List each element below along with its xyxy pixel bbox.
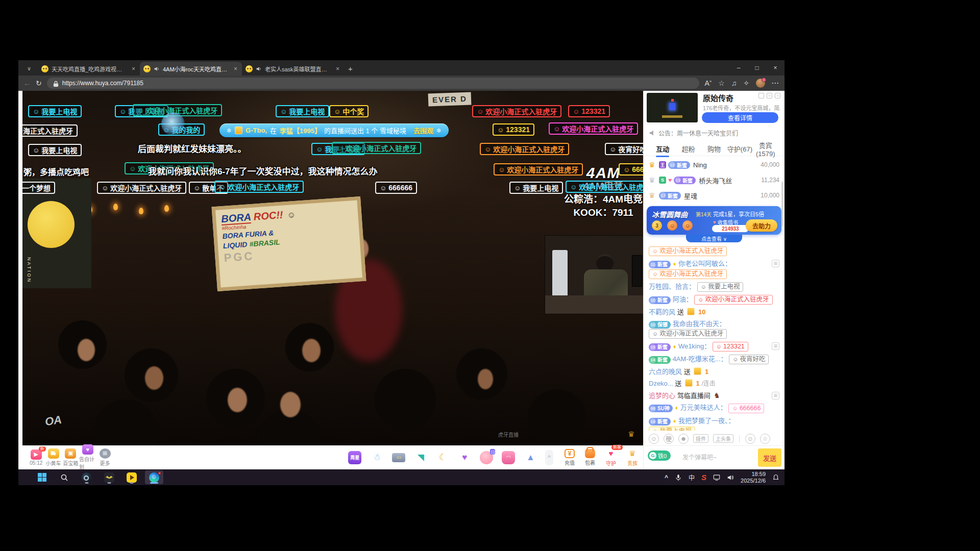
- tab-audio-icon[interactable]: [154, 66, 160, 72]
- tab-superfan[interactable]: 超粉: [675, 144, 701, 154]
- maximize-button[interactable]: □: [748, 60, 766, 76]
- party-popper-gift-icon[interactable]: ◥: [414, 451, 427, 464]
- chat-scrollbar[interactable]: [781, 182, 783, 227]
- recharge-entry[interactable]: ¥ 充值: [565, 449, 575, 466]
- tab-close-icon[interactable]: ×: [335, 65, 340, 72]
- heart-gift-icon[interactable]: ♥: [458, 451, 471, 464]
- favorite-star-icon[interactable]: ☆: [718, 79, 725, 87]
- backpack-entry[interactable]: 包裹: [585, 449, 595, 466]
- sticker-emote-icon[interactable]: ☻: [678, 434, 689, 444]
- chat-username[interactable]: 万牲园、拾言：: [649, 283, 695, 290]
- collections-icon[interactable]: ✧: [743, 79, 749, 87]
- tab-vip[interactable]: 贵宾(1579): [753, 140, 778, 158]
- chat-list[interactable]: ☺欢迎小海正式入驻虎牙 11新蜜 ♦ 你老公叫阿敏么： ☺欢迎小海正式入驻虎牙 …: [644, 244, 785, 431]
- ad-card[interactable]: 原始传奇 176老传奇，不设元宝商城，简... 查看详情 ≡ ×: [644, 91, 785, 124]
- rank-username[interactable]: 星魂: [684, 191, 697, 201]
- close-button[interactable]: ×: [766, 60, 785, 76]
- message-action-icon[interactable]: ⊞: [772, 260, 779, 267]
- settings-menu-icon[interactable]: ···: [772, 80, 779, 87]
- tab-guard[interactable]: 守护(67): [727, 144, 752, 154]
- video-player[interactable]: EVER D NATION BORA ROC!!☺ #Rochinha BORA…: [22, 91, 643, 445]
- edge-taskbar-icon[interactable]: [145, 470, 163, 484]
- moon-gift-icon[interactable]: ☾: [436, 451, 449, 464]
- chat-username[interactable]: 万元美味达人：: [680, 404, 727, 411]
- chat-username[interactable]: 六点的晚风: [649, 368, 682, 375]
- danmaku-input[interactable]: [681, 449, 748, 466]
- ad-detail-button[interactable]: 查看详情: [702, 112, 778, 123]
- tab-close-icon[interactable]: ×: [233, 65, 238, 72]
- live-replay-entry[interactable]: ▶新 05:12: [28, 449, 45, 466]
- fan-level-badge[interactable]: G铁0: [648, 450, 671, 461]
- chat-username[interactable]: Dzeko...: [649, 380, 673, 387]
- cake-gift-icon[interactable]: ▲: [524, 451, 537, 464]
- tab-interact[interactable]: 互动: [650, 144, 675, 154]
- tab-shop[interactable]: 购物: [701, 144, 727, 154]
- peach-gift-icon[interactable]: [480, 451, 493, 464]
- headline-button[interactable]: 上头条: [713, 434, 733, 443]
- ad-menu-icon[interactable]: ≡: [767, 93, 772, 98]
- ad-close-icon[interactable]: ×: [775, 93, 780, 98]
- activity-banner[interactable]: 冰雪圆舞曲 第14天 完成1星，享次日5倍 3 ☺ ☺ ♥收集情书 214933…: [647, 206, 781, 235]
- chat-username[interactable]: 我命由我不由天：: [673, 320, 726, 328]
- cast-display-icon[interactable]: [713, 474, 720, 481]
- yellow-cart-entry[interactable]: ⛟ 小黄车: [45, 448, 62, 467]
- boost-button[interactable]: 去助力: [746, 219, 777, 232]
- bag-gift-icon[interactable]: ◠: [502, 451, 515, 464]
- back-button[interactable]: ←: [23, 79, 31, 87]
- volume-icon[interactable]: [727, 474, 734, 481]
- noble-entry[interactable]: ♛ 贵族: [627, 448, 638, 467]
- rank-row-1[interactable]: ♛ 王 12新蜜 Ning 40,000: [644, 157, 785, 172]
- weekly-star-gift-icon[interactable]: 周星: [348, 451, 361, 464]
- rank-username[interactable]: Ning: [693, 161, 707, 169]
- collapse-gifts-button[interactable]: ^: [545, 450, 553, 465]
- ticket-gift-icon[interactable]: ▭: [392, 453, 405, 462]
- chat-username[interactable]: 我把梦撕了一夜、：: [678, 417, 735, 424]
- profile-avatar[interactable]: [756, 79, 765, 88]
- browser-tab-2-active[interactable]: 4AM小海roc天天吃鸡直播_4A… ×: [140, 62, 242, 76]
- smiley-emote-icon[interactable]: ☺: [649, 434, 659, 444]
- tab-search-button[interactable]: ∨: [22, 63, 36, 74]
- pendant-button[interactable]: 挂件: [693, 434, 708, 443]
- ime-indicator[interactable]: 中: [689, 473, 695, 482]
- start-button[interactable]: [33, 470, 51, 484]
- new-tab-button[interactable]: +: [348, 64, 353, 73]
- chat-username[interactable]: 你老公叫阿敏么：: [678, 260, 731, 267]
- microphone-icon[interactable]: [675, 474, 682, 481]
- reload-button[interactable]: ↻: [36, 79, 42, 87]
- more-entry[interactable]: ⊞ 更多: [96, 448, 114, 467]
- chat-username[interactable]: 4AM-吃爆米花...：: [673, 355, 727, 363]
- steam-taskbar-icon[interactable]: [78, 470, 96, 484]
- tab-audio-icon[interactable]: [256, 66, 262, 72]
- chat-username[interactable]: 不羁的风: [649, 308, 675, 316]
- read-aloud-icon[interactable]: A»: [704, 79, 712, 87]
- browser-tab-3[interactable]: 老实人sask英雄联盟直播_老… ×: [242, 62, 344, 76]
- treasure-chest-entry[interactable]: ▣ 百宝箱: [62, 448, 79, 467]
- browser-tab-1[interactable]: 天天吃鸡直播_吃鸡游戏视频攻略… ×: [38, 62, 140, 76]
- ad-list-icon[interactable]: [758, 93, 764, 98]
- guard-entry[interactable]: ♥新客 守护: [605, 448, 617, 467]
- meme-emote-icon[interactable]: 梗: [664, 434, 674, 444]
- chat-username[interactable]: 追梦的心: [649, 392, 675, 399]
- huya-taskbar-icon[interactable]: [122, 470, 141, 484]
- address-bar[interactable]: https://www.huya.com/791185: [47, 78, 700, 89]
- notification-bell-icon[interactable]: [772, 474, 779, 481]
- send-button[interactable]: 发送: [758, 448, 781, 467]
- rank-row-2[interactable]: ♛ S ♥ 13新蜜 桥头海飞丝 11,234: [644, 172, 785, 188]
- chat-username[interactable]: We1king：: [678, 342, 710, 350]
- confession-plan-entry[interactable]: ♥ 告白计划: [79, 444, 96, 470]
- wink-emote-icon[interactable]: ☺: [745, 434, 755, 444]
- expand-ribbon[interactable]: 点击查看 ∨: [686, 235, 742, 242]
- tab-close-icon[interactable]: ×: [131, 65, 136, 72]
- ad-thumbnail[interactable]: [647, 93, 698, 122]
- go-watch-button[interactable]: 去围观: [413, 126, 433, 135]
- minimize-button[interactable]: –: [729, 60, 748, 76]
- media-icon[interactable]: ♫: [731, 79, 737, 87]
- gift-broadcast-banner[interactable]: ❄ G-Tbo, 在 李猛【1995】 的直播间送出 1 个 雪域秘境 去围观 …: [219, 123, 449, 137]
- tray-expand-icon[interactable]: ^: [665, 474, 668, 481]
- game-app-taskbar-icon[interactable]: [100, 470, 118, 484]
- snowman-gift-icon[interactable]: ☃: [370, 451, 383, 464]
- s-app-tray-icon[interactable]: S: [701, 473, 706, 482]
- star-emote-icon[interactable]: ☆: [760, 434, 770, 444]
- rank-row-3[interactable]: ♛ 17新蜜 星魂 10,000: [644, 188, 785, 203]
- message-action-icon[interactable]: ⊞: [772, 392, 779, 399]
